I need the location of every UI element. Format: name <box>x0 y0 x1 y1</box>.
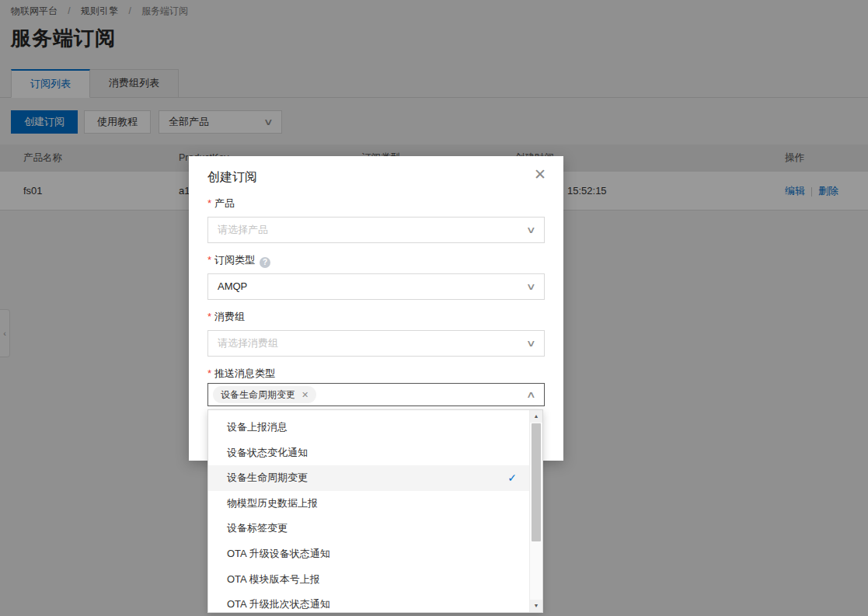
dropdown-option[interactable]: 设备标签变更 <box>208 516 529 541</box>
message-type-select[interactable]: 设备生命周期变更 ✕ ∧ <box>207 383 545 406</box>
dropdown-option-label: 设备生命周期变更 <box>227 472 308 483</box>
dropdown-option[interactable]: 设备上报消息 <box>208 415 529 440</box>
tag-remove-icon[interactable]: ✕ <box>302 386 309 403</box>
dropdown-option[interactable]: 物模型历史数据上报 <box>208 491 529 517</box>
dropdown-option[interactable]: OTA 升级设备状态通知 <box>208 541 529 567</box>
scroll-up-icon[interactable]: ▲ <box>530 410 542 423</box>
message-type-dropdown: 设备上报消息 设备状态变化通知 设备生命周期变更 ✓ 物模型历史数据上报 设备标… <box>207 409 543 613</box>
dropdown-option-label: OTA 升级批次状态通知 <box>227 598 330 610</box>
subscription-type-value: AMQP <box>218 280 247 292</box>
dropdown-option-label: 设备上报消息 <box>227 421 288 433</box>
consumer-group-field-label: *消费组 <box>207 310 245 324</box>
dropdown-option-label: OTA 模块版本号上报 <box>227 573 320 585</box>
subscription-type-label-text: 订阅类型 <box>214 254 255 266</box>
subscription-type-select[interactable]: AMQP ∨ <box>207 273 545 300</box>
dropdown-scrollbar: ▲ ▼ <box>529 410 542 612</box>
check-icon: ✓ <box>507 465 517 491</box>
product-select[interactable]: 请选择产品 ∨ <box>207 217 545 243</box>
selected-tag: 设备生命周期变更 ✕ <box>213 386 316 403</box>
product-select-placeholder: 请选择产品 <box>218 224 268 235</box>
dropdown-option[interactable]: OTA 模块版本号上报 <box>208 567 529 593</box>
dropdown-option-label: 物模型历史数据上报 <box>227 497 318 509</box>
required-mark: * <box>207 197 211 209</box>
dropdown-option-list: 设备上报消息 设备状态变化通知 设备生命周期变更 ✓ 物模型历史数据上报 设备标… <box>208 410 529 613</box>
required-mark: * <box>207 254 211 266</box>
close-icon[interactable]: ✕ <box>534 167 546 182</box>
chevron-down-icon: ∨ <box>526 225 536 235</box>
selected-tag-label: 设备生命周期变更 <box>221 386 295 403</box>
dropdown-option-label: 设备状态变化通知 <box>227 447 308 458</box>
dropdown-option-label: OTA 升级设备状态通知 <box>227 548 330 559</box>
modal-title: 创建订阅 <box>207 169 257 186</box>
chevron-up-icon: ∧ <box>526 390 536 399</box>
dropdown-option[interactable]: 设备状态变化通知 <box>208 440 529 466</box>
chevron-down-icon: ∨ <box>526 339 536 348</box>
required-mark: * <box>207 367 211 379</box>
subscription-type-field-label: *订阅类型? <box>207 253 270 268</box>
dropdown-option-label: 设备标签变更 <box>227 522 288 534</box>
scroll-down-icon[interactable]: ▼ <box>530 600 542 612</box>
product-label-text: 产品 <box>214 197 235 209</box>
dropdown-option-selected[interactable]: 设备生命周期变更 ✓ <box>208 465 529 491</box>
scrollbar-thumb[interactable] <box>532 423 541 541</box>
consumer-group-select-placeholder: 请选择消费组 <box>218 337 278 349</box>
consumer-group-select[interactable]: 请选择消费组 ∨ <box>207 330 545 357</box>
help-icon[interactable]: ? <box>260 257 270 268</box>
message-type-field-label: *推送消息类型 <box>207 367 275 381</box>
chevron-down-icon: ∨ <box>526 282 536 291</box>
message-type-label-text: 推送消息类型 <box>214 367 275 379</box>
required-mark: * <box>207 311 211 322</box>
consumer-group-label-text: 消费组 <box>214 311 245 322</box>
dropdown-option[interactable]: OTA 升级批次状态通知 <box>208 592 529 613</box>
product-field-label: *产品 <box>207 197 235 211</box>
page: 物联网平台 / 规则引擎 / 服务端订阅 服务端订阅 订阅列表 消费组列表 创建… <box>0 0 868 616</box>
